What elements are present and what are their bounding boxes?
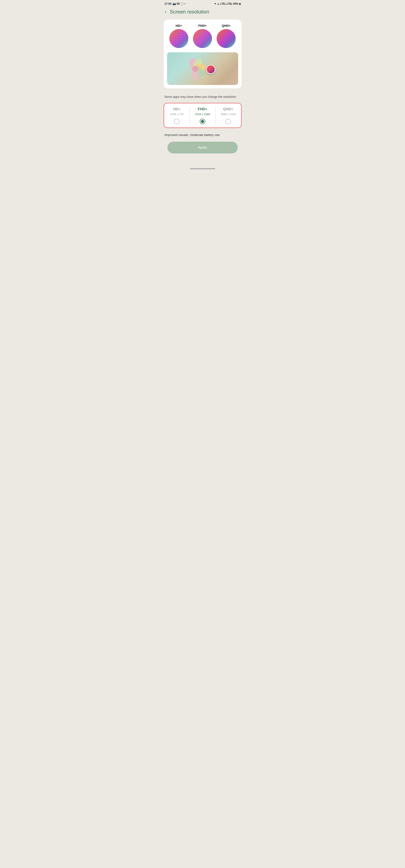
qhd-preview-circle: [216, 29, 236, 48]
hd-option-name: HD+: [173, 107, 180, 111]
signal-icons: LTE₁ LTE₂: [221, 2, 232, 5]
hd-radio[interactable]: [174, 119, 179, 124]
magnifier-circle: [206, 65, 215, 74]
hd-option-pixels: 1544 x 720: [170, 113, 183, 116]
battery-text: 50%: [233, 2, 238, 5]
flower-decoration: [183, 55, 208, 83]
fhd-preview-label: FHD+: [198, 24, 207, 27]
fhd-radio-inner: [201, 120, 204, 123]
wallpaper-preview-inner: [167, 52, 238, 85]
qhd-preview-item[interactable]: QHD+: [216, 24, 236, 48]
battery-icon: ▮: [239, 2, 241, 5]
fhd-option-pixels: 2316 x 1080: [195, 113, 210, 116]
page-title: Screen resolution: [170, 9, 209, 15]
resolution-card: HD+ FHD+ QHD+: [164, 20, 241, 88]
fhd-radio[interactable]: [200, 119, 205, 124]
status-bar: 17:53 📷 50 📋 • ✦ ▲ LTE₁ LTE₂ 50% ▮: [161, 0, 244, 6]
home-indicator: [190, 168, 215, 169]
warning-text: Some apps may close when you change the …: [161, 92, 244, 103]
time: 17:53: [165, 2, 172, 5]
status-left: 17:53 📷 50 📋 •: [165, 2, 185, 5]
qhd-option-pixels: 3088 x 1440: [221, 113, 236, 116]
back-button[interactable]: ‹: [163, 8, 168, 16]
fhd-preview-circle: [193, 29, 212, 48]
notification-icons: 📷 50 📋 •: [173, 2, 185, 5]
preview-icons-row: HD+ FHD+ QHD+: [167, 24, 238, 48]
qhd-option[interactable]: QHD+ 3088 x 1440: [215, 103, 241, 128]
bluetooth-icon: ✦: [214, 2, 216, 5]
qhd-preview-label: QHD+: [222, 24, 231, 27]
hd-preview-label: HD+: [175, 24, 182, 27]
bottom-bar: [161, 165, 244, 174]
description-text: Improved visuals, moderate battery use: [161, 131, 244, 142]
hd-preview-item[interactable]: HD+: [169, 24, 189, 48]
qhd-radio[interactable]: [226, 119, 231, 124]
fhd-preview-item[interactable]: FHD+: [193, 24, 212, 48]
hd-option[interactable]: HD+ 1544 x 720: [164, 103, 190, 128]
qhd-option-name: QHD+: [223, 107, 233, 111]
status-right: ✦ ▲ LTE₁ LTE₂ 50% ▮: [214, 2, 241, 5]
fhd-option[interactable]: FHD+ 2316 x 1080: [190, 103, 215, 128]
apply-button[interactable]: Apply: [168, 142, 238, 154]
wallpaper-preview: [167, 52, 238, 85]
svg-point-5: [192, 66, 198, 72]
hd-preview-circle: [169, 29, 189, 48]
wifi-icon: ▲: [217, 2, 220, 5]
fhd-option-name: FHD+: [198, 107, 207, 111]
header: ‹ Screen resolution: [161, 6, 244, 19]
resolution-selector: HD+ 1544 x 720 FHD+ 2316 x 1080 QHD+ 308…: [164, 103, 241, 128]
